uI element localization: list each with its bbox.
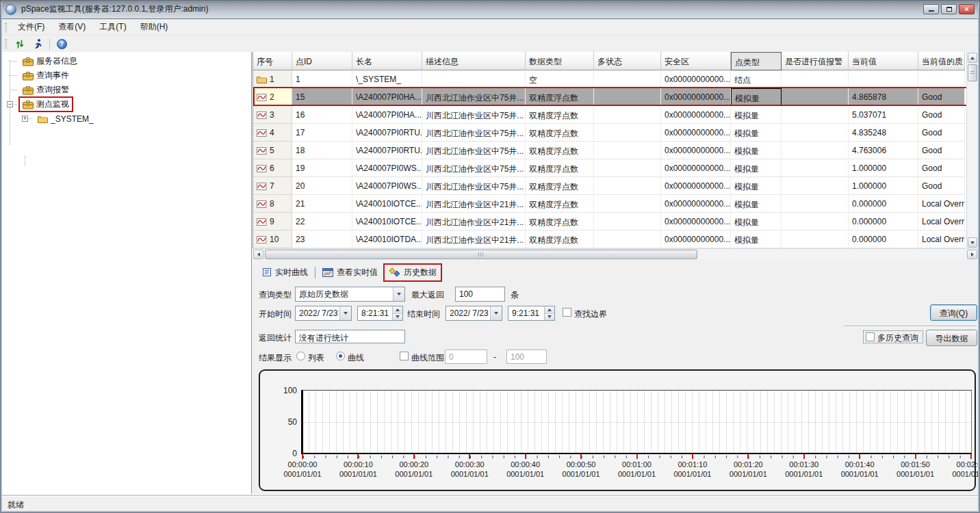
tab-3[interactable]: 历史数据	[383, 263, 442, 282]
export-button[interactable]: 导出数据	[926, 330, 977, 346]
column-header-2[interactable]: 点ID	[292, 52, 352, 70]
spin-up-button[interactable]	[545, 306, 554, 314]
table-row-1[interactable]: 11\_SYSTEM_空0x00000000000...结点	[253, 70, 978, 88]
column-header-3[interactable]: 长名	[352, 52, 422, 70]
trend-icon	[257, 146, 267, 155]
column-header-10[interactable]: 当前值	[849, 52, 918, 70]
table-row-7[interactable]: 720\A240007PI0WS...川西北江油作业区中75井...双精度浮点数…	[253, 177, 978, 195]
spin-down-button[interactable]	[393, 314, 402, 321]
expand-expander-icon[interactable]: +	[22, 116, 28, 122]
sidebar-item-4[interactable]: −测点监视	[2, 97, 251, 111]
column-header-4[interactable]: 描述信息	[422, 52, 526, 70]
query-button[interactable]: 查询(Q)	[930, 304, 977, 321]
end-date-picker[interactable]: 2022/ 7/23	[446, 306, 502, 321]
dropdown-button[interactable]	[393, 287, 404, 301]
range-min-input[interactable]: 0	[445, 350, 487, 364]
spin-up-button[interactable]	[393, 306, 402, 314]
horizontal-scrollbar[interactable]	[253, 248, 978, 260]
x-axis-major-tick	[469, 454, 470, 459]
vertical-scrollbar[interactable]	[966, 52, 978, 248]
end-time-spinner[interactable]: 9:21:31	[508, 306, 555, 321]
range-max-input[interactable]: 100	[506, 350, 547, 364]
cell-ptype: 模拟量	[731, 213, 782, 231]
column-header-11[interactable]: 当前值的质	[918, 52, 965, 70]
start-date-picker[interactable]: 2022/ 7/23	[295, 306, 352, 321]
multi-history-checkbox[interactable]	[866, 332, 875, 341]
column-header-8[interactable]: 点类型	[731, 52, 782, 70]
tree-item-content[interactable]: 测点监视	[18, 96, 73, 112]
menu-item-4[interactable]: 帮助(H)	[133, 18, 175, 36]
menu-item-2[interactable]: 查看(V)	[51, 18, 92, 36]
cell-desc: 川西北江油作业区中75井...	[422, 177, 526, 195]
sidebar-item-2[interactable]: 查询事件	[2, 68, 251, 83]
spin-down-button[interactable]	[545, 314, 554, 321]
curve-radio[interactable]	[336, 352, 345, 360]
collapse-expander-icon[interactable]: −	[7, 101, 13, 107]
max-return-label: 最大返回	[411, 289, 444, 301]
sidebar-item-5[interactable]: +_SYSTEM_	[2, 111, 251, 126]
tick-time: 00:00:30	[451, 460, 489, 469]
start-time-spinner[interactable]: 8:21:31	[357, 306, 403, 321]
cell-name: \A240010IOTDA...	[352, 231, 422, 248]
table-row-6[interactable]: 619\A240007PI0WS...川西北江油作业区中75井...双精度浮点数…	[253, 159, 978, 177]
horizontal-scroll-thumb[interactable]	[265, 250, 697, 259]
table-row-10[interactable]: 1023\A240010IOTDA...川西北江油作业区中21井...双精度浮点…	[253, 231, 978, 248]
cell-quality: Local Override	[918, 213, 965, 231]
user-session-button[interactable]	[29, 36, 47, 51]
x-axis-tick-label: 00:00:400001/01/01	[506, 460, 544, 479]
tree-item-content[interactable]: 查询报警	[18, 82, 73, 98]
tab-2[interactable]: 查看实时值	[317, 263, 383, 282]
scroll-right-button[interactable]	[967, 250, 977, 259]
tree-item-content[interactable]: _SYSTEM_	[34, 112, 98, 126]
column-header-9[interactable]: 是否进行值报警	[782, 52, 849, 70]
cell-desc: 川西北江油作业区中21井...	[422, 195, 526, 213]
max-return-input[interactable]: 100	[455, 287, 505, 302]
tab-1[interactable]: 实时曲线	[257, 263, 313, 282]
cell-name: \A240010IOTCE...	[352, 213, 422, 231]
vertical-scroll-thumb[interactable]	[968, 64, 977, 81]
dropdown-button[interactable]	[339, 306, 351, 320]
chart-minor-ticks	[303, 456, 972, 458]
title-bar: pSpace监视工具(服务器:127.0.0.1,登录用户:admin) ×	[0, 0, 980, 19]
scroll-down-button[interactable]	[968, 237, 977, 248]
query-type-select[interactable]: 原始历史数据	[295, 287, 405, 302]
tree-item-label: 查询报警	[36, 84, 69, 96]
cell-dtype: 双精度浮点数	[526, 124, 594, 142]
dropdown-button[interactable]	[490, 306, 502, 320]
cell-sec: 0x00000000000...	[661, 106, 731, 124]
restore-button[interactable]	[941, 4, 957, 14]
table-row-2[interactable]: 215\A240007PI0HA...川西北江油作业区中75井...双精度浮点数…	[253, 88, 978, 106]
list-radio[interactable]	[296, 352, 305, 360]
refresh-button[interactable]	[11, 36, 29, 51]
table-row-8[interactable]: 821\A240010IOTCE...川西北江油作业区中21井...双精度浮点数…	[253, 195, 978, 213]
curve-range-checkbox[interactable]	[400, 352, 409, 360]
help-button[interactable]: ?	[53, 36, 70, 51]
cell-id: 22	[292, 213, 352, 231]
table-row-4[interactable]: 417\A240007PI0RTU...川西北江油作业区中75井...双精度浮点…	[253, 124, 978, 142]
column-header-7[interactable]: 安全区	[661, 52, 731, 70]
sidebar-item-3[interactable]: 查询报警	[2, 83, 251, 97]
stats-value-box[interactable]: 没有进行统计	[295, 330, 405, 343]
chevron-down-icon	[494, 312, 498, 315]
close-button[interactable]: ×	[959, 4, 975, 14]
cell-multi	[594, 70, 661, 88]
menu-item-1[interactable]: 文件(F)	[11, 18, 51, 36]
table-row-3[interactable]: 316\A240007PI0HA...川西北江油作业区中75井...双精度浮点数…	[253, 106, 978, 124]
spinner-buttons[interactable]	[392, 306, 402, 320]
scroll-up-button[interactable]	[968, 53, 977, 63]
boundary-checkbox[interactable]	[563, 308, 571, 317]
tree-item-content[interactable]: 查询事件	[18, 68, 73, 83]
table-row-5[interactable]: 518\A240007PI0RTU...川西北江油作业区中75井...双精度浮点…	[253, 142, 978, 159]
table-row-9[interactable]: 922\A240010IOTCE...川西北江油作业区中21井...双精度浮点数…	[253, 213, 978, 231]
cell-sec: 0x00000000000...	[661, 177, 731, 195]
toolbox-icon	[23, 86, 34, 95]
sidebar-item-1[interactable]: 服务器信息	[2, 54, 251, 68]
column-header-1[interactable]: 序号	[253, 52, 292, 70]
menu-item-3[interactable]: 工具(T)	[92, 18, 133, 36]
scroll-left-button[interactable]	[253, 250, 263, 259]
spinner-buttons[interactable]	[544, 306, 554, 320]
tree-item-content[interactable]: 服务器信息	[18, 53, 81, 69]
minimize-button[interactable]	[923, 4, 939, 14]
column-header-5[interactable]: 数据类型	[526, 52, 594, 70]
column-header-6[interactable]: 多状态	[594, 52, 661, 70]
